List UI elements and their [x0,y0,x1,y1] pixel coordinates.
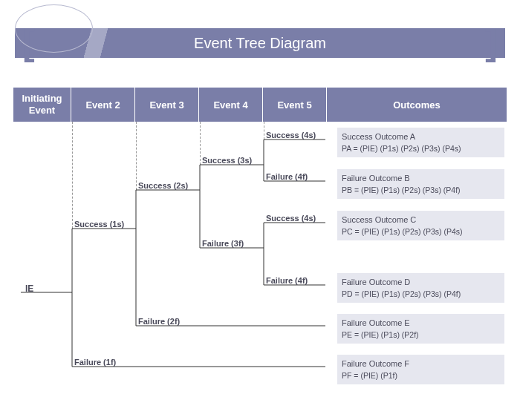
outcome-f-prob: PF = (PIE) (P1f) [342,370,500,382]
outcome-e-name: Failure Outcome E [342,317,500,329]
ellipse-decoration [15,4,93,53]
outcome-a-prob: PA = (PIE) (P1s) (P2s) (P3s) (P4s) [342,143,500,155]
branch-f4b: Failure (4f) [266,276,308,285]
branch-f1: Failure (1f) [74,358,116,367]
outcome-f-name: Failure Outcome F [342,358,500,370]
outcome-c-prob: PC = (PIE) (P1s) (P2s) (P3s) (P4s) [342,226,500,238]
header-event3: Event 3 [135,88,199,122]
outcome-b: Failure Outcome B PB = (PIE) (P1s) (P2s)… [337,169,504,199]
outcome-c-name: Success Outcome C [342,214,500,226]
branch-s1: Success (1s) [74,220,124,229]
outcome-f: Failure Outcome F PF = (PIE) (P1f) [337,355,504,384]
outcome-d-prob: PD = (PIE) (P1s) (P2s) (P3s) (P4f) [342,289,500,301]
diagram-title: Event Tree Diagram [194,35,326,52]
header-outcomes: Outcomes [327,88,507,122]
header-event5: Event 5 [263,88,327,122]
outcome-c: Success Outcome C PC = (PIE) (P1s) (P2s)… [337,211,504,240]
outcome-e-prob: PE = (PIE) (P1s) (P2f) [342,329,500,341]
branch-f3: Failure (3f) [202,239,244,248]
outcome-a-name: Success Outcome A [342,131,500,143]
outcome-e: Failure Outcome E PE = (PIE) (P1s) (P2f) [337,314,504,344]
ie-label: IE [25,283,33,294]
branch-f4a: Failure (4f) [266,172,308,181]
branch-s4b: Success (4s) [266,214,316,223]
outcome-a: Success Outcome A PA = (PIE) (P1s) (P2s)… [337,128,504,157]
header-row: Initiating Event Event 2 Event 3 Event 4… [13,88,507,122]
bracket-right-icon: ] [485,21,498,64]
header-event4: Event 4 [199,88,263,122]
outcome-b-prob: PB = (PIE) (P1s) (P2s) (P3s) (P4f) [342,185,500,197]
branch-f2: Failure (2f) [138,317,180,326]
outcome-d-name: Failure Outcome D [342,276,500,289]
outcome-d: Failure Outcome D PD = (PIE) (P1s) (P2s)… [337,273,504,303]
branch-s3: Success (3s) [202,156,252,165]
branch-s4a: Success (4s) [266,131,316,140]
header-event2: Event 2 [71,88,135,122]
outcome-b-name: Failure Outcome B [342,172,500,185]
header-initiating-event: Initiating Event [13,88,71,122]
branch-s2: Success (2s) [138,181,188,190]
